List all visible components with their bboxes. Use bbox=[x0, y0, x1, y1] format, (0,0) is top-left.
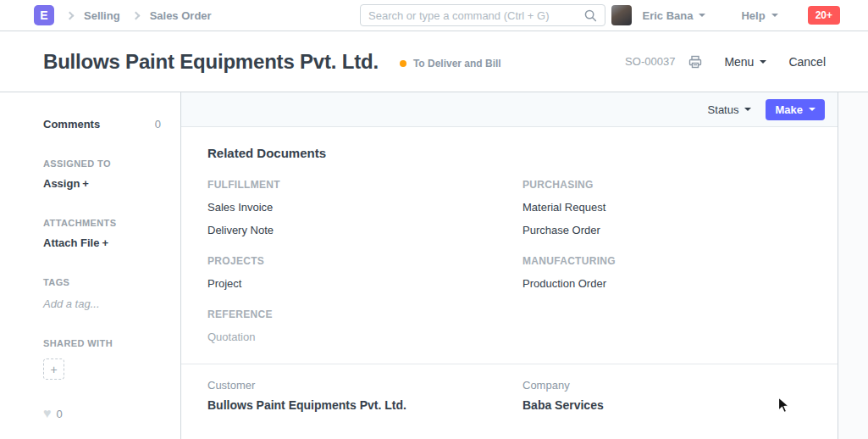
purchasing-heading: PURCHASING bbox=[522, 179, 812, 191]
attachments-heading: ATTACHMENTS bbox=[43, 218, 161, 228]
link-project[interactable]: Project bbox=[207, 278, 522, 290]
customer-value[interactable]: Bullows Paint Equipments Pvt. Ltd. bbox=[207, 398, 522, 412]
status-indicator-label: To Deliver and Bill bbox=[413, 58, 501, 69]
reference-heading: REFERENCE bbox=[207, 308, 522, 320]
menu-label: Menu bbox=[724, 55, 754, 69]
assigned-to-heading: ASSIGNED TO bbox=[43, 158, 161, 169]
heart-icon: ♥ bbox=[43, 407, 52, 420]
plus-icon: + bbox=[102, 236, 108, 249]
plus-icon: + bbox=[50, 363, 57, 376]
link-sales-invoice[interactable]: Sales Invoice bbox=[207, 202, 522, 214]
related-documents-title: Related Documents bbox=[207, 146, 812, 160]
caret-down-icon bbox=[771, 14, 778, 17]
company-field: Company Baba Services bbox=[522, 379, 812, 412]
navbar-right: Eric Bana Help 20+ bbox=[611, 5, 840, 25]
caret-down-icon bbox=[744, 108, 751, 111]
customer-section: Customer Bullows Paint Equipments Pvt. L… bbox=[181, 364, 838, 412]
related-documents-dashboard: Related Documents FULFILLMENT Sales Invo… bbox=[181, 127, 838, 343]
comments-label: Comments bbox=[43, 118, 100, 131]
page-title: Bullows Paint Equipments Pvt. Ltd. bbox=[43, 50, 379, 74]
add-share-button[interactable]: + bbox=[43, 358, 64, 380]
search-input[interactable] bbox=[368, 9, 584, 22]
caret-down-icon bbox=[760, 60, 766, 64]
form-main: Status Make Related Documents FULFILLMEN… bbox=[181, 92, 838, 439]
cancel-button[interactable]: Cancel bbox=[788, 55, 826, 69]
section-projects: PROJECTS Project bbox=[207, 255, 522, 290]
shared-with-heading: SHARED WITH bbox=[43, 338, 161, 348]
app-logo[interactable]: E bbox=[34, 5, 54, 25]
form-sidebar: Comments 0 ASSIGNED TO Assign+ ATTACHMEN… bbox=[0, 92, 181, 439]
top-navbar: E Selling Sales Order Eric Bana Help 20+ bbox=[0, 0, 868, 31]
add-tag-input[interactable]: Add a tag... bbox=[43, 297, 161, 310]
breadcrumb-chevron-icon bbox=[66, 11, 75, 19]
global-search[interactable] bbox=[360, 4, 605, 26]
section-empty bbox=[522, 308, 812, 343]
link-production-order[interactable]: Production Order bbox=[522, 278, 812, 290]
attach-file-label: Attach File bbox=[43, 236, 99, 249]
make-dropdown-button[interactable]: Make bbox=[766, 99, 825, 120]
document-id: SO-00037 bbox=[625, 55, 675, 68]
manufacturing-heading: MANUFACTURING bbox=[522, 255, 812, 267]
status-dot-icon bbox=[400, 60, 406, 67]
user-name-label: Eric Bana bbox=[642, 9, 693, 22]
user-avatar[interactable] bbox=[611, 5, 632, 25]
link-quotation[interactable]: Quotation bbox=[207, 331, 522, 343]
make-label: Make bbox=[775, 104, 803, 115]
print-icon[interactable] bbox=[688, 55, 702, 69]
comments-count: 0 bbox=[155, 118, 161, 131]
help-label: Help bbox=[741, 9, 765, 22]
status-label: Status bbox=[708, 103, 739, 116]
breadcrumb-chevron-icon bbox=[131, 11, 140, 19]
right-gutter bbox=[838, 92, 868, 439]
assign-label: Assign bbox=[43, 177, 80, 190]
breadcrumb-sales-order[interactable]: Sales Order bbox=[150, 9, 212, 22]
assign-button[interactable]: Assign+ bbox=[43, 177, 161, 190]
link-delivery-note[interactable]: Delivery Note bbox=[207, 225, 522, 236]
dashboard-grid: FULFILLMENT Sales Invoice Delivery Note … bbox=[207, 160, 812, 343]
section-purchasing: PURCHASING Material Request Purchase Ord… bbox=[522, 179, 812, 236]
user-menu[interactable]: Eric Bana bbox=[642, 9, 705, 22]
section-reference: REFERENCE Quotation bbox=[207, 308, 522, 343]
likes[interactable]: ♥ 0 bbox=[43, 407, 161, 420]
section-manufacturing: MANUFACTURING Production Order bbox=[522, 255, 812, 290]
status-indicator: To Deliver and Bill bbox=[400, 58, 501, 69]
page-header-actions: SO-00037 Menu Cancel bbox=[625, 55, 826, 69]
projects-heading: PROJECTS bbox=[207, 255, 522, 267]
company-label: Company bbox=[522, 379, 812, 392]
link-material-request[interactable]: Material Request bbox=[522, 202, 812, 214]
tags-heading: TAGS bbox=[43, 277, 161, 287]
breadcrumb-selling[interactable]: Selling bbox=[84, 9, 120, 22]
help-menu[interactable]: Help bbox=[741, 9, 777, 22]
fulfillment-heading: FULFILLMENT bbox=[207, 179, 522, 191]
page-body: Comments 0 ASSIGNED TO Assign+ ATTACHMEN… bbox=[0, 92, 868, 439]
search-icon bbox=[584, 9, 597, 22]
plus-icon: + bbox=[82, 177, 89, 190]
caret-down-icon bbox=[699, 14, 705, 17]
menu-button[interactable]: Menu bbox=[724, 55, 766, 69]
link-purchase-order[interactable]: Purchase Order bbox=[522, 225, 812, 236]
attach-file-button[interactable]: Attach File+ bbox=[43, 236, 161, 249]
form-toolbar: Status Make bbox=[181, 92, 838, 127]
company-value[interactable]: Baba Services bbox=[522, 398, 812, 412]
comments-link[interactable]: Comments 0 bbox=[43, 118, 161, 131]
section-fulfillment: FULFILLMENT Sales Invoice Delivery Note bbox=[207, 179, 522, 236]
status-dropdown-button[interactable]: Status bbox=[708, 103, 752, 116]
notifications-badge[interactable]: 20+ bbox=[808, 6, 840, 25]
customer-field: Customer Bullows Paint Equipments Pvt. L… bbox=[207, 379, 522, 412]
likes-count: 0 bbox=[57, 408, 63, 420]
caret-down-icon bbox=[809, 108, 815, 111]
page-header: Bullows Paint Equipments Pvt. Ltd. To De… bbox=[0, 31, 868, 92]
customer-label: Customer bbox=[207, 379, 522, 392]
